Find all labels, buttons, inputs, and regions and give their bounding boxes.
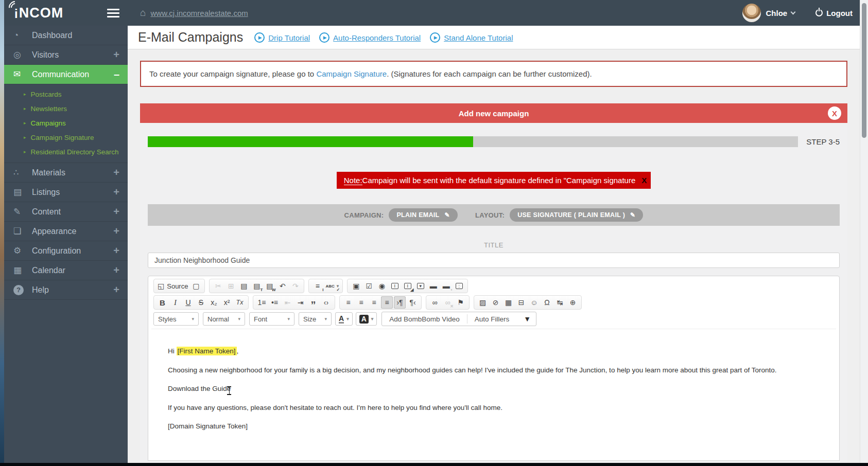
- background-color-button[interactable]: A ▾: [356, 312, 377, 326]
- new-page-icon[interactable]: ▢: [190, 280, 202, 292]
- paste-icon[interactable]: ▤: [238, 280, 250, 292]
- undo-icon[interactable]: ↶: [276, 280, 288, 292]
- plus-icon[interactable]: +: [113, 245, 119, 257]
- button-icon[interactable]: ▬: [427, 280, 439, 292]
- user-avatar[interactable]: [742, 4, 761, 22]
- user-menu[interactable]: Chloe: [766, 9, 788, 17]
- spellcheck-icon[interactable]: ABC✓▾: [324, 280, 340, 292]
- outdent-icon[interactable]: ⇤: [282, 296, 293, 309]
- text-color-button[interactable]: A ▾: [335, 312, 353, 326]
- align-right-icon[interactable]: ≡: [368, 296, 380, 309]
- plus-icon[interactable]: +: [113, 186, 119, 198]
- align-center-icon[interactable]: ≡: [355, 296, 367, 309]
- radio-icon[interactable]: ◉: [376, 280, 388, 292]
- plus-icon[interactable]: +: [113, 264, 119, 276]
- iframe-icon[interactable]: ⊕: [567, 296, 579, 309]
- font-dropdown[interactable]: Font▾: [249, 312, 294, 326]
- sidebar-subitem-postcards[interactable]: ▸Postcards: [4, 87, 128, 101]
- textarea-icon[interactable]: I◢: [402, 280, 413, 292]
- select-field-icon[interactable]: ▾: [414, 280, 426, 292]
- sidebar-subitem-residential-directory-search[interactable]: ▸Residential Directory Search: [4, 145, 128, 159]
- source-button[interactable]: ◱Source: [157, 280, 189, 292]
- sidebar-item-communication[interactable]: ✉Communication–: [4, 65, 128, 84]
- note-close-icon[interactable]: X: [641, 176, 647, 185]
- special-char-icon[interactable]: Ω: [541, 296, 553, 309]
- page-scrollbar[interactable]: [860, 0, 868, 466]
- justify-icon[interactable]: ≡: [381, 296, 393, 309]
- align-left-icon[interactable]: ≡: [342, 296, 354, 309]
- campaign-type-pill[interactable]: PLAIN EMAIL ✎: [389, 208, 458, 222]
- image-button-icon[interactable]: ▬◦: [440, 280, 452, 292]
- sidebar-item-content[interactable]: ✎Content+: [4, 202, 128, 222]
- plus-icon[interactable]: +: [113, 284, 119, 296]
- image-icon[interactable]: ▨: [477, 296, 489, 309]
- chevron-down-icon[interactable]: [791, 10, 796, 15]
- strikethrough-icon[interactable]: S: [195, 296, 207, 309]
- tutorial-link-drip-tutorial[interactable]: ▶Drip Tutorial: [254, 32, 310, 43]
- layout-pill[interactable]: USE SIGNATURE ( PLAIN EMAIL ) ✎: [510, 208, 643, 222]
- select-all-icon[interactable]: ≡I: [311, 280, 323, 292]
- paste-from-word-icon[interactable]: ▤W: [264, 280, 275, 292]
- div-container-icon[interactable]: ‹›: [320, 296, 332, 309]
- rtl-icon[interactable]: ¶‹: [407, 296, 419, 309]
- sidebar-item-materials[interactable]: ∴Materials+: [4, 163, 128, 183]
- logout-button[interactable]: Logout: [815, 9, 853, 17]
- sidebar-subitem-newsletters[interactable]: ▸Newsletters: [4, 101, 128, 116]
- remove-format-icon[interactable]: Tx: [234, 296, 246, 309]
- subscript-icon[interactable]: x₂: [208, 296, 220, 309]
- hidden-field-icon[interactable]: :: [453, 280, 465, 292]
- italic-icon[interactable]: I: [169, 296, 181, 309]
- tutorial-link-auto-responders-tutorial[interactable]: ▶Auto-Responders Tutorial: [319, 32, 421, 43]
- copy-icon[interactable]: ⊞: [225, 280, 237, 292]
- auto-fillers-dropdown[interactable]: Auto Fillers ▼: [467, 315, 536, 323]
- plus-icon[interactable]: +: [113, 49, 119, 61]
- email-body-editor[interactable]: Hi [First Name Token], Choosing a new ne…: [151, 329, 836, 457]
- plus-icon[interactable]: +: [113, 206, 119, 218]
- paste-plain-text-icon[interactable]: ▤T: [251, 280, 263, 292]
- sidebar-subitem-campaigns[interactable]: ▸Campaigns: [4, 116, 128, 130]
- numbered-list-icon[interactable]: 1≡: [256, 296, 268, 309]
- styles-dropdown[interactable]: Styles▾: [153, 312, 199, 326]
- underline-icon[interactable]: U: [182, 296, 194, 309]
- plus-icon[interactable]: +: [113, 167, 119, 178]
- smiley-icon[interactable]: ☺: [528, 296, 540, 309]
- format-dropdown[interactable]: Normal▾: [203, 312, 245, 326]
- form-icon[interactable]: ▣: [350, 280, 362, 292]
- flash-icon[interactable]: ⊘: [490, 296, 501, 309]
- minus-icon[interactable]: –: [114, 68, 119, 80]
- indent-icon[interactable]: ⇥: [294, 296, 306, 309]
- link-icon[interactable]: ∞: [429, 296, 441, 309]
- sidebar-item-visitors[interactable]: ◎Visitors+: [4, 45, 128, 65]
- sidebar-subitem-campaign-signature[interactable]: ▸Campaign Signature: [4, 130, 128, 145]
- text-field-icon[interactable]: I: [389, 280, 401, 292]
- size-dropdown[interactable]: Size▾: [299, 312, 332, 326]
- sidebar-item-configuration[interactable]: ⚙Configuration+: [4, 241, 128, 261]
- sidebar-item-listings[interactable]: ▤Listings+: [4, 183, 128, 202]
- campaign-signature-link[interactable]: Campaign Signature: [316, 69, 387, 78]
- plus-icon[interactable]: +: [113, 225, 119, 237]
- horizontal-rule-icon[interactable]: ⊟: [515, 296, 527, 309]
- blockquote-icon[interactable]: ”: [307, 296, 319, 309]
- scrollbar-thumb[interactable]: [862, 3, 866, 138]
- tutorial-link-stand-alone-tutorial[interactable]: ▶Stand Alone Tutorial: [430, 32, 513, 43]
- bombbomb-video-button[interactable]: Add BombBomb Video: [382, 315, 466, 323]
- campaign-title-input[interactable]: [148, 253, 840, 268]
- checkbox-icon[interactable]: ☑: [363, 280, 375, 292]
- bold-icon[interactable]: B: [157, 296, 168, 309]
- sidebar-item-help[interactable]: ?Help+: [4, 280, 128, 300]
- page-break-icon[interactable]: ↹: [554, 296, 566, 309]
- ltr-icon[interactable]: ›¶: [394, 296, 406, 309]
- unlink-icon[interactable]: ∞✕: [442, 296, 454, 309]
- sidebar-item-dashboard[interactable]: ◔Dashboard: [4, 26, 128, 45]
- site-url-link[interactable]: www.cj.incomrealestate.com: [150, 9, 248, 17]
- hamburger-menu-icon[interactable]: [107, 7, 119, 20]
- modal-close-icon[interactable]: X: [828, 106, 841, 120]
- cut-icon[interactable]: ✂: [212, 280, 224, 292]
- redo-icon[interactable]: ↷: [289, 280, 301, 292]
- table-icon[interactable]: ▦: [502, 296, 514, 309]
- sidebar-item-calendar[interactable]: ▦Calendar+: [4, 261, 128, 280]
- sidebar-item-appearance[interactable]: ❏Appearance+: [4, 222, 128, 241]
- superscript-icon[interactable]: x²: [221, 296, 233, 309]
- anchor-icon[interactable]: ⚑: [455, 296, 466, 309]
- bulleted-list-icon[interactable]: •≡: [269, 296, 281, 309]
